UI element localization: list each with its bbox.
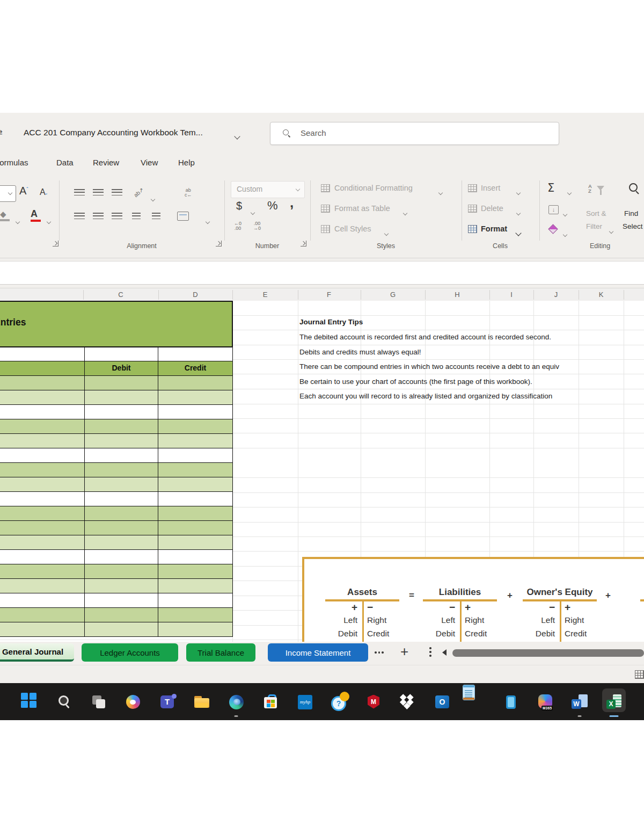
taskbar-slot-mcafee[interactable]: M bbox=[356, 683, 391, 720]
debit-cell[interactable] bbox=[85, 448, 158, 462]
autosum-chevron[interactable] bbox=[568, 187, 571, 197]
cell-styles-button[interactable]: Cell Styles bbox=[334, 224, 371, 233]
account-header-cell[interactable] bbox=[0, 361, 85, 375]
debit-header-cell[interactable]: Debit bbox=[85, 361, 158, 375]
credit-cell[interactable] bbox=[158, 448, 233, 462]
taskbar-slot-excel[interactable]: X bbox=[597, 683, 631, 720]
clear-button[interactable] bbox=[548, 224, 558, 234]
sheet-tab-ledger-accounts[interactable]: Ledger Accounts bbox=[82, 643, 178, 662]
align-left-icon[interactable] bbox=[74, 213, 85, 220]
account-cell[interactable] bbox=[0, 608, 85, 622]
taskbar-slot-task-view[interactable] bbox=[82, 683, 116, 720]
font-dialog-launcher[interactable] bbox=[53, 241, 58, 246]
debit-cell[interactable] bbox=[85, 564, 158, 578]
search-box[interactable]: Search bbox=[270, 122, 559, 145]
sort-filter-button-line2[interactable]: Filter bbox=[586, 222, 602, 230]
account-cell[interactable] bbox=[0, 550, 85, 564]
taskbar-slot-start[interactable] bbox=[13, 683, 47, 720]
debit-cell[interactable] bbox=[85, 376, 158, 390]
account-cell[interactable] bbox=[0, 622, 85, 636]
taskbar-slot-notepad[interactable] bbox=[459, 683, 494, 720]
account-cell[interactable] bbox=[0, 521, 85, 535]
workbook-title[interactable]: ACC 201 Company Accounting Workbook Tem.… bbox=[24, 128, 203, 137]
credit-cell[interactable] bbox=[158, 579, 233, 593]
sort-filter-chevron[interactable] bbox=[610, 226, 613, 235]
edge-icon[interactable] bbox=[227, 693, 245, 711]
align-right-icon[interactable] bbox=[112, 213, 122, 220]
credit-cell[interactable] bbox=[158, 463, 233, 477]
sheet-tab-trial-balance[interactable]: Trial Balance bbox=[186, 643, 255, 662]
taskbar-slot-phone-link[interactable] bbox=[494, 683, 528, 720]
menu-tab-formulas[interactable]: Formulas bbox=[0, 158, 28, 167]
comma-style-button[interactable]: , bbox=[290, 194, 294, 211]
column-header-J[interactable]: J bbox=[554, 291, 558, 299]
account-cell[interactable] bbox=[0, 506, 85, 520]
taskbar-slot-teams[interactable]: T bbox=[150, 683, 185, 720]
credit-cell[interactable] bbox=[158, 477, 233, 491]
credit-cell[interactable] bbox=[158, 390, 233, 404]
phone-link-icon[interactable] bbox=[502, 693, 520, 711]
sort-filter-button-line1[interactable]: Sort & bbox=[586, 209, 606, 217]
fill-color-button[interactable]: ◆ bbox=[0, 209, 6, 219]
column-header-C[interactable]: C bbox=[118, 291, 123, 299]
table-cell[interactable] bbox=[85, 347, 158, 361]
find-select-button-line2[interactable]: Select bbox=[623, 222, 643, 230]
increase-indent-icon[interactable] bbox=[152, 213, 160, 220]
insert-button[interactable]: Insert bbox=[481, 184, 500, 192]
account-cell[interactable] bbox=[0, 448, 85, 462]
taskbar-slot-outlook[interactable]: O bbox=[425, 683, 459, 720]
search-icon[interactable] bbox=[55, 693, 74, 711]
fill-chevron[interactable] bbox=[564, 208, 567, 218]
column-headers[interactable]: CDEFGHIJK bbox=[0, 288, 644, 302]
sheet-tab-income-statement[interactable]: Income Statement bbox=[268, 643, 368, 662]
horizontal-scrollbar-thumb[interactable] bbox=[452, 649, 644, 657]
accounting-equation-image[interactable]: Assets+LeftDebit−RightCreditLiabilities−… bbox=[302, 557, 644, 646]
taskbar-slot-search[interactable] bbox=[47, 683, 82, 720]
column-header-H[interactable]: H bbox=[455, 291, 459, 299]
number-dialog-launcher[interactable] bbox=[301, 241, 306, 246]
bottom-align-icon[interactable] bbox=[112, 189, 122, 196]
middle-align-icon[interactable] bbox=[93, 189, 104, 196]
store-icon[interactable] bbox=[261, 693, 280, 711]
account-cell[interactable] bbox=[0, 463, 85, 477]
taskbar-slot-copilot[interactable] bbox=[116, 683, 150, 720]
delete-chevron[interactable] bbox=[517, 207, 520, 217]
format-as-table-chevron[interactable] bbox=[404, 207, 407, 217]
taskbar-slot-dropbox[interactable] bbox=[391, 683, 425, 720]
account-cell[interactable] bbox=[0, 405, 85, 419]
sheet-tab-general-journal[interactable]: General Journal bbox=[0, 643, 74, 662]
start-icon[interactable] bbox=[19, 691, 41, 713]
credit-header-cell[interactable]: Credit bbox=[158, 361, 233, 375]
merge-center-chevron[interactable] bbox=[206, 216, 209, 226]
menu-tab-data[interactable]: Data bbox=[56, 158, 74, 167]
delete-button[interactable]: Delete bbox=[481, 204, 503, 213]
debit-cell[interactable] bbox=[85, 535, 158, 549]
myhp-icon[interactable]: myhp bbox=[296, 693, 314, 711]
new-sheet-button[interactable]: + bbox=[400, 643, 408, 660]
credit-cell[interactable] bbox=[158, 564, 233, 578]
menu-tab-view[interactable]: View bbox=[141, 158, 158, 167]
orientation-icon[interactable]: ab↗ bbox=[133, 186, 145, 199]
debit-cell[interactable] bbox=[85, 608, 158, 622]
insert-chevron[interactable] bbox=[517, 187, 520, 197]
credit-cell[interactable] bbox=[158, 622, 233, 636]
number-format-dropdown[interactable]: Custom bbox=[231, 181, 305, 198]
credit-cell[interactable] bbox=[158, 405, 233, 419]
account-cell[interactable] bbox=[0, 390, 85, 404]
debit-cell[interactable] bbox=[85, 593, 158, 607]
debit-cell[interactable] bbox=[85, 550, 158, 564]
account-cell[interactable] bbox=[0, 492, 85, 506]
debit-cell[interactable] bbox=[85, 579, 158, 593]
account-cell[interactable] bbox=[0, 593, 85, 607]
font-color-button[interactable]: A bbox=[31, 208, 38, 220]
column-header-G[interactable]: G bbox=[390, 291, 396, 299]
title-dropdown-chevron[interactable] bbox=[235, 131, 239, 141]
orientation-chevron[interactable] bbox=[151, 193, 155, 203]
fill-button[interactable]: ↓ bbox=[548, 205, 559, 214]
account-cell[interactable] bbox=[0, 579, 85, 593]
taskbar-slot-edge[interactable] bbox=[219, 683, 253, 720]
grow-font-button[interactable]: Aˆ bbox=[19, 185, 28, 197]
taskbar-slot-word[interactable]: W bbox=[562, 683, 597, 720]
m365-copilot-icon[interactable]: M365 bbox=[536, 693, 554, 711]
taskbar-slot-store[interactable] bbox=[253, 683, 288, 720]
